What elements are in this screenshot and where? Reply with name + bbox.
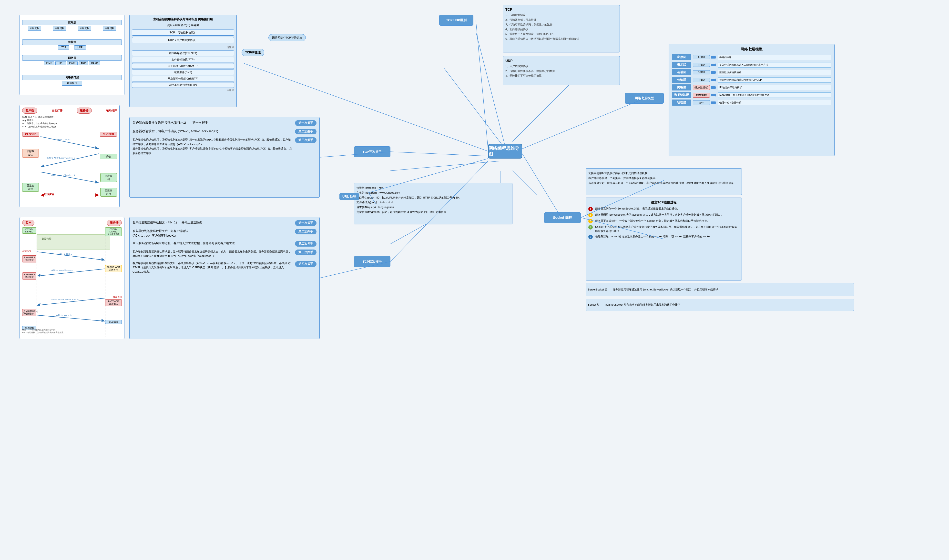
svg-text:ACK=1, ack=u+1, seq=v: ACK=1, ack=u+1, seq=v (51, 269, 73, 271)
udp-item-1: 1、用户数据报协议 (505, 64, 617, 69)
svg-marker-18 (40, 164, 44, 167)
main-node: 网络编程思维导图 (488, 144, 522, 158)
svg-marker-24 (40, 194, 44, 197)
osi-row-phys: 物理层 比特 物理特性与数据传输 (672, 100, 831, 106)
socket-intro-1: 套接字使用TCP提供了两台计算机之间的通信机制 (589, 171, 739, 176)
igmp-label: IGMP (67, 61, 78, 65)
svg-line-43 (476, 20, 488, 149)
tcp-item-2: 2、传输效率低，可靠性强 (505, 18, 617, 22)
socket-intro-3: 当连接建立时，服务器会创建一个 Socket 对象。客户端和服务器现在可以通过对… (589, 181, 739, 186)
osi-pres-arrow (711, 62, 716, 67)
network-layer-label: 网络层 (22, 55, 122, 61)
socket-class-box: Socket 类 java.net.Socket 类代表客户端和服务器都用来互相… (585, 299, 854, 311)
svg-marker-10 (711, 78, 716, 82)
ftp-box: 文件传输协议(FTP) (132, 57, 234, 62)
nntp-box: 网上新闻传输协议(NNTP) (132, 76, 234, 82)
osi-app-desc: 终端的应用 (718, 55, 831, 60)
osi-sess-arrow (711, 70, 716, 75)
socket-intro-content: 套接字使用TCP提供了两台计算机之间的通信机制 客户端程序创建一个套接字，并尝试… (589, 171, 739, 185)
socket-step3-text: 服务器正在等待时，一个客户端实例化一个 Socket 对象，指定服务器名称和端口… (595, 219, 710, 223)
passive-close-label: 被动关闭 (113, 295, 122, 299)
tcp-handshake-node: TCP三次握手 (354, 146, 390, 157)
svg-text:ACK=1, ack=w+1: ACK=1, ack=w+1 (56, 314, 72, 316)
socket-node-label: Socket 编程 (553, 215, 572, 220)
handshake-step2: 服务器收请求后，向客户端确认 (SYN=1, ACK=1,ack=seq+1) … (132, 129, 316, 134)
osi-net-arrow (711, 85, 716, 90)
osi-app-pdu: APDU (693, 55, 710, 59)
socket-intro-box: 套接字使用TCP提供了两台计算机之间的通信机制 客户端程序创建一个套接字，并尝试… (585, 168, 742, 195)
4way-step2b-desc: TCP服务器通知高层应用进程，客户端无法发送数据，服务器可以向客户端发送 (132, 241, 293, 246)
osi-row-net: 网络层 报文(数据包) IP 地址的寻址与解析 (672, 85, 831, 91)
handshake-step1-desc: 客户端向服务器发送连接请求(SYN=1) 第一次握手 (132, 120, 293, 125)
svg-line-1 (476, 32, 505, 146)
socket-step5: 5 在服务器端，accept() 方法返回服务器上一个新的 socket 引用，… (589, 234, 739, 239)
handshake-step3: 客户端接收确认信息后，①校验收到的ack是否=第一次发送的seq+1 ②校验服务… (132, 137, 316, 155)
server-estab-state: ESTAB-LISHED通知应用进程 (105, 227, 122, 236)
tcpip-note-text: 因特网整个TCP/IP协议族 (272, 36, 302, 39)
tcp-connect-process-box: 建立TCP连接过程 1 服务器实例化一个 ServerSocket 对象，表示通… (585, 198, 742, 280)
osi-pres-pdu: PPDU (693, 63, 710, 67)
osi-phys-desc: 物理特性与数据传输 (718, 100, 831, 105)
socket-step3-num: 3 (589, 219, 593, 223)
tcpip-subheader: 使用因特网协议(IP) 网络层 (132, 23, 234, 27)
socket-step5-num: 5 (589, 235, 593, 239)
svg-line-0 (444, 68, 505, 149)
4way-third-label: 第三次挥手 (295, 249, 316, 255)
svg-marker-8 (711, 63, 716, 67)
svg-marker-9 (711, 71, 716, 74)
4way-second-label-a: 第二次挥手 (295, 229, 316, 234)
icmp-label: ICMP (44, 61, 54, 65)
tcp-items: 1、传输控制协议 2、传输效率低，可靠性强 3、传输可靠性要求高，数据量大的数据… (505, 13, 617, 41)
socket-step1-text: 服务器实例化一个 ServerSocket 对象，表示通过服务器上的端口通信。 (595, 206, 680, 211)
server-socket-text: ServerSocket 类 服务器应用程序通过使用 java.net.Serv… (588, 288, 718, 292)
tcp-item-5: 5、通常用于互联网协议，被称 TCP / IP。 (505, 32, 617, 36)
udp-label-info: UDP (505, 59, 617, 63)
tcp-item-6: 6、双向的通信协议（数据可以通过两个数据流在同一时间发送） (505, 37, 617, 41)
url-node: URL 处理 (339, 193, 359, 200)
osi-data-arrow (711, 93, 716, 98)
udp-items: 1、用户数据报协议 2、传输可靠性要求不高，数据量小的数据 3、无连接的不可靠传… (505, 64, 617, 78)
osi-node: 网络七层模型 (625, 93, 664, 104)
osi-trans-arrow (711, 78, 716, 82)
tcp-handshake-node-label: TCP三次握手 (363, 150, 382, 154)
osi-row-sess: 会话层 SPDU 建立数据传输的通路 (672, 69, 831, 75)
osi-phys-layer: 物理层 (672, 100, 691, 106)
url-content: 协议为(protocol)：http 主机为(host:port)：www.ru… (356, 186, 510, 215)
osi-node-label: 网络七层模型 (635, 96, 654, 100)
tcpip-principle-text: TCP/IP原理 (245, 51, 260, 54)
osi-row-pres: 表示层 PPDU 引入合适的西欧格式人人能够理解的表示方法 (672, 62, 831, 68)
svg-text:数据传输: 数据传输 (42, 237, 51, 240)
tcp-info-box: TCP 1、传输控制协议 2、传输效率低，可靠性强 3、传输可靠性要求高，数据量… (503, 5, 620, 52)
socket-step1-num: 1 (589, 207, 593, 211)
tcp-label-diagram: TCP (58, 45, 69, 49)
svg-line-45 (390, 152, 488, 156)
tcp-item-4: 4、面向连接的协议 (505, 27, 617, 32)
socket-step1: 1 服务器实例化一个 ServerSocket 对象，表示通过服务器上的端口通信… (589, 206, 739, 211)
osi-trans-pdu: TPDU (693, 78, 710, 82)
dns-box: 域名服务(DNS) (132, 69, 234, 75)
osi-data-pdu: 帧(数据帧) (693, 93, 710, 98)
app-process-4: 应用进程 (103, 26, 116, 31)
4way-fourth-label: 第四次挥手 (295, 261, 316, 267)
4way-step4-desc: 客户端收到服务器的连接释放报文后，必须发出确认（ACK=1, ack=服务器释放… (132, 261, 293, 274)
tcpip-header: 主机必须使用某种协议与网络相连 网络接口层 (132, 17, 234, 22)
tcp-handshake-diagram: 客户端 主动打开 服务器 被动打开 SYN: 同步序号（1表示连接请求） seq… (20, 105, 120, 207)
osi-trans-desc: 传输数据的协议和端口号传输TCP/UDP (718, 77, 831, 83)
osi-trans-layer: 传输层 (672, 77, 691, 83)
app-process-3: 应用进程 (78, 26, 91, 31)
tcp-handshake-text: 客户端向服务器发送连接请求(SYN=1) 第一次握手 第一次握手 服务器收请求后… (129, 117, 320, 198)
socket-step2-num: 2 (589, 213, 593, 217)
tcp-udp-node: TCP/UDP区别 (439, 15, 473, 26)
svg-marker-29 (102, 258, 105, 261)
tcp-4way-diagram: 客户 服务器 数据传输 FIN=1, seq=u ACK=1, ack=u+1,… (20, 217, 125, 339)
handshake-step1: 客户端向服务器发送连接请求(SYN=1) 第一次握手 第一次握手 (132, 120, 316, 126)
server-label-4way: 服务器 (106, 220, 122, 226)
svg-line-48 (522, 154, 561, 218)
client-label-handshake: 客户端 (22, 108, 37, 114)
4way-step3: 客户端收到服务器的确认请求后，客户端等待服务器发送连接释放报文文，此时，服务器发… (132, 249, 316, 258)
osi-phys-pdu: 比特 (693, 100, 710, 105)
4way-second-label-b: 第二次挥手 (295, 241, 316, 246)
svg-marker-12 (711, 93, 716, 97)
tcp-item-1: 1、传输控制协议 (505, 13, 617, 17)
socket-class-text: Socket 类 java.net.Socket 类代表客户端和服务器都用来互相… (588, 303, 680, 307)
